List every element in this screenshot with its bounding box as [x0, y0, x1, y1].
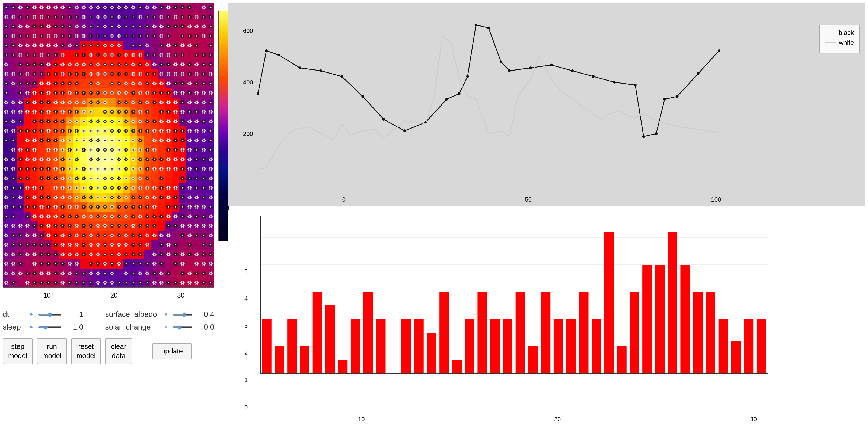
surface-albedo-label: surface_albedo [105, 310, 159, 319]
top-y-200: 200 [243, 130, 253, 137]
bottom-x-20: 20 [554, 416, 561, 423]
sleep-value: 1.0 [67, 323, 83, 332]
solar-change-slider[interactable] [173, 326, 193, 329]
bottom-y-2: 2 [244, 349, 248, 356]
grid-x-tick-30: 30 [177, 291, 184, 299]
surface-albedo-slider[interactable] [173, 314, 193, 316]
reset-model-button[interactable]: resetmodel [71, 338, 101, 364]
bottom-y-0: 0 [244, 404, 248, 411]
bottom-x-30: 30 [750, 416, 756, 423]
grid-x-tick-10: 10 [43, 291, 51, 299]
top-x-0: 0 [342, 196, 346, 203]
legend-white: white [839, 39, 854, 46]
legend-black: black [839, 29, 854, 37]
dt-slider[interactable] [38, 314, 62, 316]
top-x-100: 100 [711, 196, 721, 203]
bottom-y-3: 3 [244, 322, 248, 329]
grid-x-tick-20: 20 [111, 291, 118, 299]
dt-value: 1 [67, 310, 83, 319]
bottom-y-4: 4 [244, 295, 248, 302]
top-x-50: 50 [525, 196, 532, 203]
surface-albedo-value: 0.4 [198, 310, 214, 319]
bottom-y-5: 5 [244, 268, 248, 275]
bottom-x-10: 10 [358, 416, 365, 423]
clear-data-button[interactable]: cleardata [105, 338, 132, 364]
step-model-button[interactable]: stepmodel [3, 338, 33, 364]
dt-label: dt [3, 310, 24, 319]
top-y-400: 400 [243, 79, 253, 86]
update-button[interactable]: update [152, 343, 191, 359]
bottom-y-1: 1 [244, 376, 248, 383]
sleep-slider[interactable] [38, 326, 62, 329]
sleep-label: sleep [3, 323, 24, 332]
run-model-button[interactable]: runmodel [37, 338, 67, 364]
solar-change-label: solar_change [105, 323, 159, 332]
solar-change-value: 0.0 [198, 323, 214, 332]
chart-legend: black white [819, 25, 860, 53]
top-y-600: 600 [243, 27, 253, 34]
